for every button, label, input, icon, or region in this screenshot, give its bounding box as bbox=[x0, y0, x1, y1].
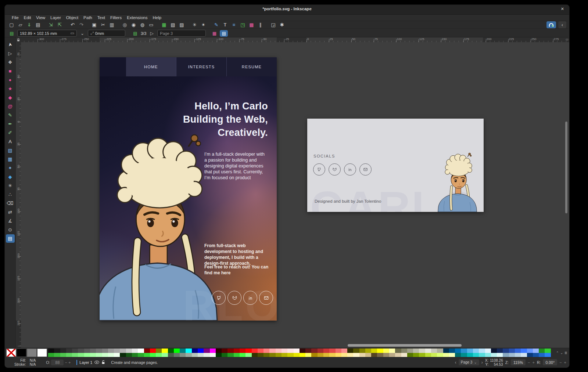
color-swatch[interactable] bbox=[186, 353, 191, 357]
color-swatch[interactable] bbox=[485, 348, 491, 353]
color-swatch[interactable] bbox=[126, 353, 132, 357]
page-size-dropdown[interactable]: ⌄ bbox=[79, 30, 86, 36]
save-document-button[interactable]: ⇓ bbox=[25, 22, 33, 28]
color-swatch[interactable] bbox=[210, 353, 216, 357]
page-margin-field[interactable]: ⤢ 0mm bbox=[88, 30, 125, 37]
color-swatch[interactable] bbox=[347, 348, 353, 353]
color-swatch[interactable] bbox=[210, 348, 216, 353]
palette-menu-icon[interactable]: ≡ bbox=[564, 350, 567, 355]
color-swatch[interactable] bbox=[144, 353, 150, 357]
color-swatch[interactable] bbox=[240, 353, 245, 357]
color-swatch[interactable] bbox=[269, 353, 275, 357]
swatch-gray50[interactable] bbox=[27, 348, 37, 357]
color-swatch[interactable] bbox=[204, 353, 209, 357]
layers-dialog-button[interactable]: ≡ bbox=[230, 22, 238, 28]
color-swatch[interactable] bbox=[329, 348, 335, 353]
color-swatch[interactable] bbox=[395, 348, 401, 353]
color-swatch[interactable] bbox=[114, 353, 120, 357]
color-swatch[interactable] bbox=[120, 353, 126, 357]
color-swatch[interactable] bbox=[150, 348, 156, 353]
color-swatch[interactable] bbox=[515, 353, 521, 357]
color-swatch[interactable] bbox=[336, 353, 341, 357]
color-swatch[interactable] bbox=[509, 353, 515, 357]
color-swatch[interactable] bbox=[282, 348, 287, 353]
create-clone-button[interactable]: ▧ bbox=[169, 22, 177, 28]
undo-button[interactable]: ↶ bbox=[69, 22, 76, 28]
color-swatch[interactable] bbox=[174, 353, 180, 357]
color-swatch[interactable] bbox=[300, 353, 305, 357]
color-swatch[interactable] bbox=[365, 353, 371, 357]
star-tool[interactable]: ★ bbox=[6, 84, 15, 93]
color-swatch[interactable] bbox=[305, 353, 311, 357]
color-swatch[interactable] bbox=[186, 348, 191, 353]
color-swatch[interactable] bbox=[479, 348, 485, 353]
color-swatch[interactable] bbox=[503, 348, 509, 353]
color-swatch[interactable] bbox=[54, 353, 60, 357]
color-swatch[interactable] bbox=[96, 348, 102, 353]
rotation-increase[interactable]: + bbox=[564, 360, 566, 365]
horizontal-scrollbar[interactable] bbox=[348, 344, 462, 347]
color-swatch[interactable] bbox=[377, 353, 383, 357]
color-swatch[interactable] bbox=[204, 348, 209, 353]
menu-filters[interactable]: Filters bbox=[108, 15, 124, 20]
color-swatch[interactable] bbox=[527, 348, 533, 353]
color-swatch[interactable] bbox=[336, 348, 341, 353]
color-swatch[interactable] bbox=[527, 353, 533, 357]
color-swatch[interactable] bbox=[269, 348, 275, 353]
cut-button[interactable]: ✂ bbox=[99, 22, 107, 28]
tweak-tool[interactable]: ✳ bbox=[6, 181, 15, 190]
ruler-corner-lock[interactable] bbox=[16, 37, 21, 42]
color-swatch[interactable] bbox=[401, 348, 407, 353]
paint-bucket-tool[interactable]: ◆ bbox=[6, 173, 15, 181]
color-swatch[interactable] bbox=[359, 353, 365, 357]
color-swatch[interactable] bbox=[419, 348, 425, 353]
color-swatch[interactable] bbox=[419, 353, 425, 357]
color-swatch[interactable] bbox=[401, 353, 407, 357]
color-swatch[interactable] bbox=[365, 348, 371, 353]
new-page-button[interactable]: ▤ bbox=[132, 30, 139, 36]
color-swatch[interactable] bbox=[383, 348, 389, 353]
color-swatch[interactable] bbox=[294, 348, 300, 353]
layer-lock-icon[interactable] bbox=[101, 360, 105, 364]
swatches-dialog-button[interactable]: ▩ bbox=[248, 22, 255, 28]
color-swatch[interactable] bbox=[467, 353, 473, 357]
color-swatch[interactable] bbox=[287, 348, 293, 353]
pen-tool[interactable]: ✒ bbox=[6, 120, 15, 128]
color-swatch[interactable] bbox=[168, 353, 174, 357]
color-swatch[interactable] bbox=[216, 348, 222, 353]
text-tool[interactable]: A bbox=[6, 137, 15, 146]
zoom-increase[interactable]: + bbox=[533, 360, 535, 365]
dropper-tool[interactable]: ✦ bbox=[6, 164, 15, 172]
color-swatch[interactable] bbox=[503, 353, 509, 357]
color-swatch[interactable] bbox=[455, 348, 461, 353]
color-swatch[interactable] bbox=[132, 353, 138, 357]
color-swatch[interactable] bbox=[449, 353, 455, 357]
color-swatch[interactable] bbox=[240, 348, 245, 353]
move-objects-with-page-toggle[interactable]: ▤ bbox=[220, 30, 228, 37]
color-swatch[interactable] bbox=[311, 348, 317, 353]
color-swatch[interactable] bbox=[539, 348, 545, 353]
color-swatch[interactable] bbox=[533, 353, 539, 357]
color-swatch[interactable] bbox=[300, 348, 305, 353]
color-swatch[interactable] bbox=[156, 348, 162, 353]
color-swatch[interactable] bbox=[443, 348, 449, 353]
fill-stroke-indicator[interactable]: Fill: N/A Stroke: N/A bbox=[14, 358, 36, 366]
color-swatch[interactable] bbox=[222, 353, 227, 357]
snap-toggle-button[interactable] bbox=[546, 21, 556, 28]
color-swatch[interactable] bbox=[78, 348, 84, 353]
palette-scroll-down[interactable]: ⌄ bbox=[560, 351, 563, 355]
color-swatch[interactable] bbox=[461, 353, 467, 357]
node-editor-tool[interactable]: ▷ bbox=[6, 49, 15, 58]
color-swatch[interactable] bbox=[383, 353, 389, 357]
color-swatch[interactable] bbox=[102, 348, 108, 353]
color-swatch[interactable] bbox=[96, 353, 102, 357]
color-swatch[interactable] bbox=[437, 353, 443, 357]
rectangle-tool[interactable]: ■ bbox=[6, 67, 15, 75]
color-swatch[interactable] bbox=[102, 353, 108, 357]
color-swatch[interactable] bbox=[72, 348, 78, 353]
color-swatch[interactable] bbox=[407, 348, 413, 353]
title-bar[interactable]: *portfolio.svg - Inkscape ✕ bbox=[5, 5, 569, 15]
menu-file[interactable]: File bbox=[9, 15, 21, 20]
color-swatch[interactable] bbox=[60, 353, 66, 357]
color-swatch[interactable] bbox=[192, 348, 198, 353]
